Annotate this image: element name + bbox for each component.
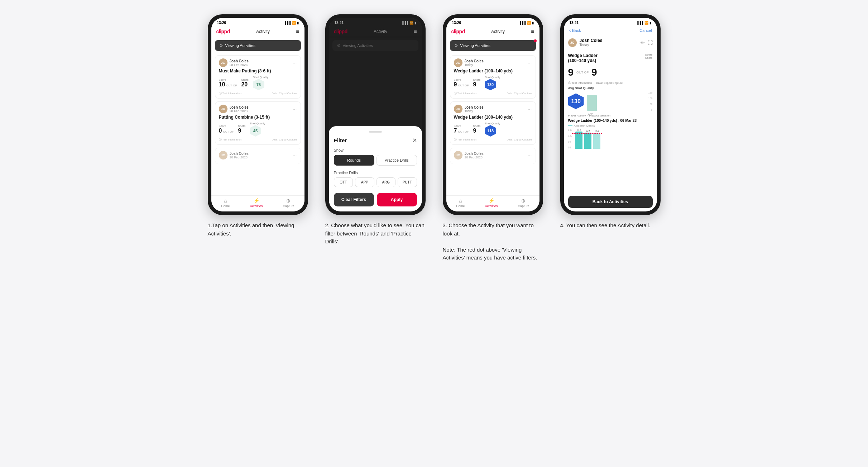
drill-arg-2[interactable]: ARG [377,177,396,187]
user-name-1-3: Josh Coles [230,152,249,156]
caption-2: 2. Choose what you'd like to see. You ca… [325,221,426,246]
menu-icon-3[interactable]: ≡ [531,28,534,35]
score-val-1-1: 10 [219,81,225,88]
card-user-3-1: JC Josh Coles Today [454,58,484,67]
user-name-1-1: Josh Coles [230,59,249,63]
sq-label-3-2: Shot Quality [485,122,500,125]
apply-btn-2[interactable]: Apply [377,193,417,206]
score-label-1-1: Score [219,78,237,81]
avatar-1-1: JC [219,58,227,67]
status-bar-4: 13:21 ▐▐▐ 🛜 ▮ [564,18,657,26]
banner-text-1: Viewing Activities [225,43,255,48]
phone-4: 13:21 ▐▐▐ 🛜 ▮ < Back Cancel JC [560,14,661,215]
shots-label-1-2: Shots [238,124,245,128]
activities-icon-1: ⚡ [253,198,259,204]
shot-quality-3-1: 130 [485,79,496,90]
sq-label-1-1: Shot Quality [253,76,269,79]
drill-app-2[interactable]: APP [355,177,374,187]
back-btn-4[interactable]: < Back [569,28,581,33]
card-title-3-1: Wedge Ladder (100–140 yds) [454,68,532,73]
step-4-column: 13:21 ▐▐▐ 🛜 ▮ < Back Cancel JC [557,14,664,262]
active-filter-dot-3 [534,39,537,42]
more-dots-3-2[interactable]: ··· [528,106,532,112]
drill-putt-2[interactable]: PUTT [398,177,417,187]
phone-2: 13:21 ▐▐▐ 🛜 ▮ clippd Activity ≡ ⚙ Vie [325,14,426,215]
step-3-column: 13:20 ▐▐▐ 🛜 ▮ clippd Activity ≡ ⚙ Vie [439,14,547,262]
activity-card-3-3[interactable]: JC Josh Coles 28 Feb 2023 ··· [450,148,536,164]
logo-1: clippd [216,29,230,34]
tab-capture-3[interactable]: ⊕ Capture [518,198,529,208]
outof-label-4: OUT OF [576,71,589,74]
nav-title-1: Activity [256,29,270,34]
more-dots-1-3[interactable]: ··· [293,152,297,158]
shot-quality-3-2: 118 [485,125,496,137]
cards-container-1: JC Josh Coles 28 Feb 2023 ··· Must Make … [211,54,304,195]
phone-1: 13:20 ▐▐▐ 🛜 ▮ clippd Activity ≡ ⚙ Vie [208,14,308,215]
nav-bar-3: clippd Activity ≡ [446,26,539,37]
status-bar-3: 13:20 ▐▐▐ 🛜 ▮ [446,18,539,26]
activity-card-3-1[interactable]: JC Josh Coles Today ··· Wedge Ladder (10… [450,55,536,99]
clear-filters-btn-2[interactable]: Clear Filters [334,193,374,206]
wifi-icon-4: 🛜 [644,21,648,25]
card-title-3-2: Wedge Ladder (100–140 yds) [454,115,532,120]
shot-quality-1-1: 75 [253,79,264,90]
activities-icon-3: ⚡ [488,198,494,204]
filter-sheet-2: Filter ✕ Show Rounds Practice Drills Pra… [329,126,422,211]
tab-capture-label-1: Capture [283,204,294,208]
shot-quality-1-2: 45 [250,125,261,137]
tab-capture-1[interactable]: ⊕ Capture [283,198,294,208]
status-time-4: 13:21 [570,21,579,25]
viewing-banner-1[interactable]: ⚙ Viewing Activities [215,40,301,51]
activity-card-1-3[interactable]: JC Josh Coles 28 Feb 2023 ··· [215,148,301,164]
drill-ott-2[interactable]: OTT [334,177,353,187]
bar-2-4: 129 [584,129,591,149]
user-date-3-1: Today [465,63,484,67]
more-dots-1-1[interactable]: ··· [293,60,297,66]
shots-col-label-4: Shots [645,56,653,59]
expand-icon-4[interactable]: ⛶ [648,40,653,46]
back-to-activities-btn-4[interactable]: Back to Activities [568,196,653,208]
tab-activities-1[interactable]: ⚡ Activities [250,198,263,208]
shots-label-3-1: Shots [473,78,480,81]
menu-icon-1[interactable]: ≡ [296,28,299,35]
more-dots-3-1[interactable]: ··· [528,60,532,66]
user-date-1-2: 28 Feb 2023 [230,109,249,113]
user-date-3-2: Today [465,109,484,113]
sheet-handle-2 [369,131,382,133]
filter-icon-1: ⚙ [219,43,223,48]
nav-title-3: Activity [491,29,505,34]
tab-home-3[interactable]: ⌂ Home [456,198,465,208]
tab-home-1[interactable]: ⌂ Home [221,198,230,208]
activity-card-3-2[interactable]: JC Josh Coles Today ··· Wedge Ladder (10… [450,101,536,145]
toggle-drills-2[interactable]: Practice Drills [377,155,417,166]
user-name-3-3: Josh Coles [465,152,484,156]
more-dots-1-2[interactable]: ··· [293,106,297,112]
step-1-column: 13:20 ▐▐▐ 🛜 ▮ clippd Activity ≡ ⚙ Vie [204,14,312,262]
outof-1-1: out of [226,84,237,87]
toggle-rounds-2[interactable]: Rounds [334,155,374,166]
sq-label-1-2: Shot Quality [250,122,265,125]
score-val-3-1: 9 [454,81,457,88]
detail-section-title-4: Wedge Ladder(100–140 yds) [568,53,598,63]
shots-val-1-2: 9 [238,128,245,134]
edit-icon-4[interactable]: ✏ [641,40,645,46]
wifi-icon: 🛜 [292,21,296,25]
cancel-btn-4[interactable]: Cancel [639,28,652,33]
wifi-icon-3: 🛜 [527,21,531,25]
avg-chart-4: 130 100 50 0 APP [587,91,653,111]
activity-card-1-2[interactable]: JC Josh Coles 28 Feb 2023 ··· Putting Co… [215,101,301,145]
detail-user-row-4: JC Josh Coles Today ✏ ⛶ [564,35,657,50]
outof-1-2: out of [223,130,234,133]
activity-card-1-1[interactable]: JC Josh Coles 28 Feb 2023 ··· Must Make … [215,55,301,99]
sq-label-3-1: Shot Quality [485,76,500,79]
more-dots-3-3[interactable]: ··· [528,152,532,158]
card-user-1-3: JC Josh Coles 28 Feb 2023 [219,151,249,159]
drill-btn-row-2: OTT APP ARG PUTT [334,177,417,187]
signal-icon: ▐▐▐ [284,21,291,25]
chart-bar-app-4 [587,95,597,111]
close-icon-2[interactable]: ✕ [412,137,417,144]
viewing-banner-3[interactable]: ⚙ Viewing Activities [450,40,536,51]
tab-activities-3[interactable]: ⚡ Activities [485,198,498,208]
home-icon-3: ⌂ [459,198,462,204]
battery-icon: ▮ [297,21,299,25]
